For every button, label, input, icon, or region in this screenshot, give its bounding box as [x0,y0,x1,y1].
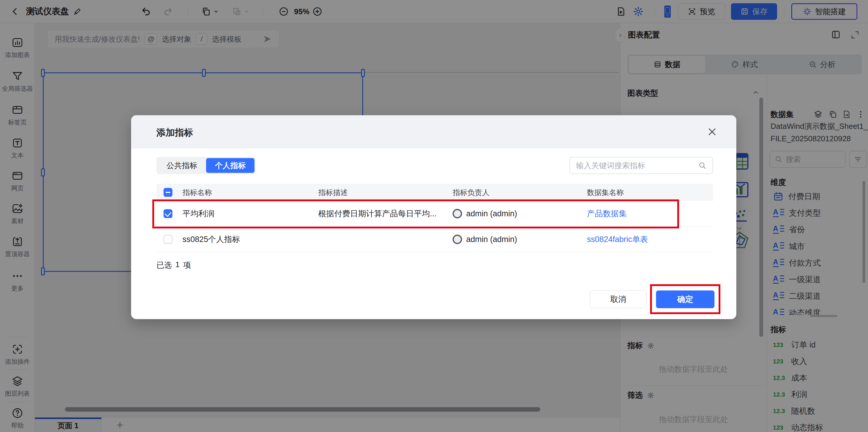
metric-row-1[interactable]: 平均利润 根据付费日期计算产品每日平均... admin (admin) 产品数… [156,201,713,227]
row-checkbox[interactable] [163,235,173,244]
tab-personal-metrics[interactable]: 个人指标 [206,158,254,173]
modal-header [131,115,736,148]
metric-row-2[interactable]: ss0825个人指标 admin (admin) ss0824fabric单表 [156,227,713,252]
search-icon [698,161,707,170]
metric-table-header: 指标名称 指标描述 指标负责人 数据集名称 [156,184,713,201]
close-button[interactable] [706,126,718,138]
metric-name: ss0825个人指标 [182,234,318,244]
selected-count: 已选 1 项 [156,260,191,270]
avatar [453,209,462,219]
metric-scope-tabs: 公共指标 个人指标 [156,157,256,174]
metric-owner: admin (admin) [453,235,587,244]
tab-public-metrics[interactable]: 公共指标 [158,158,206,173]
metric-search-input[interactable]: 输入关键词搜索指标 [569,157,713,174]
avatar [453,235,462,244]
select-all-checkbox[interactable] [163,188,173,197]
row-checkbox[interactable] [163,209,173,218]
metric-owner: admin (admin) [453,209,587,219]
add-metric-modal: 添加指标 公共指标 个人指标 输入关键词搜索指标 指标名称 指标描述 指标负责人… [131,115,736,319]
confirm-button[interactable]: 确定 [656,290,714,308]
dataset-link[interactable]: ss0824fabric单表 [587,234,713,244]
metric-search-placeholder: 输入关键词搜索指标 [576,161,698,171]
col-metric-desc: 指标描述 [318,188,453,197]
metric-table: 指标名称 指标描述 指标负责人 数据集名称 平均利润 根据付费日期计算产品每日平… [156,184,713,252]
modal-title: 添加指标 [156,126,193,139]
cancel-button[interactable]: 取消 [590,290,647,308]
col-dataset-name: 数据集名称 [587,188,713,197]
close-icon [707,127,717,137]
metric-name: 平均利润 [182,208,318,219]
app-screen: 测试仪表盘 95% [0,0,868,432]
col-metric-owner: 指标负责人 [453,188,587,197]
dataset-link[interactable]: 产品数据集 [587,208,713,219]
col-metric-name: 指标名称 [182,188,318,197]
metric-desc: 根据付费日期计算产品每日平均... [318,208,453,219]
